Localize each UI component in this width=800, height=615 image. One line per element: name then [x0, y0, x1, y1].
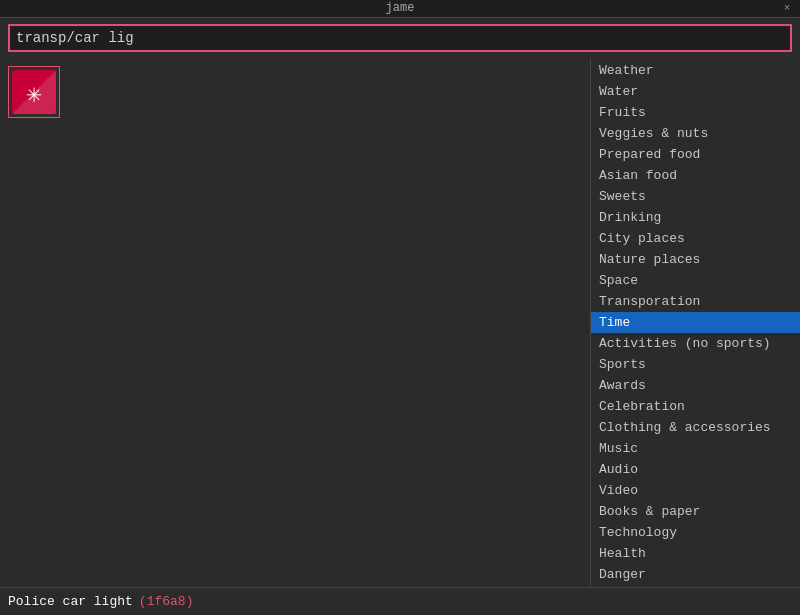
category-item-books-paper[interactable]: Books & paper — [591, 501, 800, 522]
category-item-veggies-nuts[interactable]: Veggies & nuts — [591, 123, 800, 144]
status-name: Police car light — [8, 594, 133, 609]
category-item-money[interactable]: Money — [591, 585, 800, 587]
svg-text:✳: ✳ — [26, 80, 42, 110]
category-item-sports[interactable]: Sports — [591, 354, 800, 375]
category-item-video[interactable]: Video — [591, 480, 800, 501]
category-item-health[interactable]: Health — [591, 543, 800, 564]
emoji-area: ✳ — [0, 58, 590, 587]
category-list: PlantsWeatherWaterFruitsVeggies & nutsPr… — [590, 58, 800, 587]
category-item-transporation[interactable]: Transporation — [591, 291, 800, 312]
main-content: ✳ PlantsWeatherWaterFruitsVeggies & nuts… — [0, 58, 800, 587]
category-item-clothing-accessories[interactable]: Clothing & accessories — [591, 417, 800, 438]
category-item-activities-no-sports[interactable]: Activities (no sports) — [591, 333, 800, 354]
category-item-asian-food[interactable]: Asian food — [591, 165, 800, 186]
category-item-fruits[interactable]: Fruits — [591, 102, 800, 123]
category-item-water[interactable]: Water — [591, 81, 800, 102]
category-item-sweets[interactable]: Sweets — [591, 186, 800, 207]
status-code: (1f6a8) — [139, 594, 194, 609]
category-item-music[interactable]: Music — [591, 438, 800, 459]
category-item-awards[interactable]: Awards — [591, 375, 800, 396]
category-item-audio[interactable]: Audio — [591, 459, 800, 480]
category-item-danger[interactable]: Danger — [591, 564, 800, 585]
close-button[interactable]: × — [780, 1, 794, 15]
category-item-city-places[interactable]: City places — [591, 228, 800, 249]
category-item-technology[interactable]: Technology — [591, 522, 800, 543]
category-item-celebration[interactable]: Celebration — [591, 396, 800, 417]
emoji-police-car-light[interactable]: ✳ — [8, 66, 60, 118]
category-item-time[interactable]: Time — [591, 312, 800, 333]
category-item-drinking[interactable]: Drinking — [591, 207, 800, 228]
search-bar — [0, 18, 800, 58]
category-item-space[interactable]: Space — [591, 270, 800, 291]
status-bar: Police car light (1f6a8) — [0, 587, 800, 615]
title-bar: jame × — [0, 0, 800, 18]
title-bar-title: jame — [386, 1, 415, 15]
category-item-prepared-food[interactable]: Prepared food — [591, 144, 800, 165]
category-item-nature-places[interactable]: Nature places — [591, 249, 800, 270]
category-item-weather[interactable]: Weather — [591, 60, 800, 81]
search-input[interactable] — [8, 24, 792, 52]
